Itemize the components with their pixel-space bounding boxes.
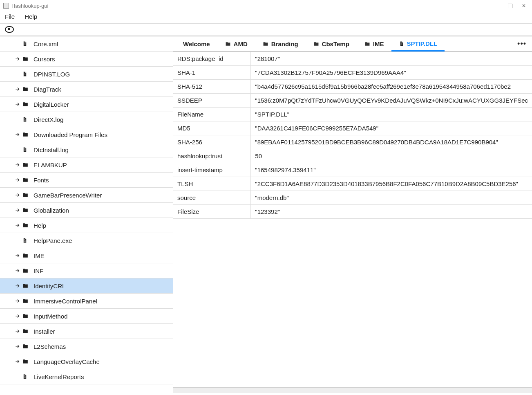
detail-value: "b4a4d577626c95a1615d5f9a15b966ba28fee5a…: [251, 80, 532, 94]
file-icon: [22, 146, 30, 153]
expand-arrow-icon[interactable]: [14, 132, 21, 137]
detail-key: SHA-512: [173, 80, 251, 94]
tree-item-livekernelreports[interactable]: LiveKernelReports: [0, 369, 173, 384]
tree-item-label: Cursors: [34, 56, 55, 63]
tree-item-label: Globalization: [34, 207, 69, 214]
expand-arrow-icon[interactable]: [14, 268, 21, 274]
tree-item-globalization[interactable]: Globalization: [0, 203, 173, 218]
tree-item-inf[interactable]: INF: [0, 263, 173, 278]
expand-arrow-icon[interactable]: [14, 177, 21, 183]
tree-item-label: DiagTrack: [34, 86, 61, 93]
tree-item-label: Downloaded Program Files: [34, 131, 107, 138]
folder-icon: [22, 207, 30, 213]
eye-icon[interactable]: [5, 26, 14, 33]
tree-item-digitallocker[interactable]: DigitalLocker: [0, 97, 173, 112]
tab-cbstemp[interactable]: CbsTemp: [306, 36, 357, 51]
horizontal-scrollbar[interactable]: [173, 387, 532, 393]
expand-arrow-icon[interactable]: [14, 207, 21, 213]
expand-arrow-icon[interactable]: [14, 328, 21, 334]
tree-item-cursors[interactable]: Cursors: [0, 52, 173, 67]
expand-arrow-icon[interactable]: [14, 192, 21, 198]
tree-item-ime[interactable]: IME: [0, 248, 173, 263]
tree-item-label: InputMethod: [34, 313, 67, 320]
table-row: SSDEEP"1536:z0M7pQt7zYdTFzUhcw0VGUyQOEYv…: [173, 94, 532, 108]
folder-icon: [22, 253, 30, 258]
expand-arrow-icon[interactable]: [14, 86, 21, 92]
detail-value: "123392": [251, 205, 532, 219]
detail-key: RDS:package_id: [173, 52, 251, 66]
table-row: SHA-1"7CDA31302B12757F90A25796ECFE3139D9…: [173, 66, 532, 80]
tree-item-inputmethod[interactable]: InputMethod: [0, 309, 173, 324]
expand-arrow-icon[interactable]: [14, 313, 21, 319]
details-table: RDS:package_id"281007"SHA-1"7CDA31302B12…: [173, 52, 532, 219]
expand-arrow-icon[interactable]: [14, 56, 21, 62]
folder-icon: [22, 56, 30, 62]
tree-item-label: DPINST.LOG: [34, 71, 70, 78]
close-button[interactable]: [521, 3, 526, 8]
tab-welcome[interactable]: Welcome: [176, 36, 217, 51]
tab-label: AMD: [234, 40, 248, 47]
app-icon: [3, 3, 9, 9]
expand-arrow-icon[interactable]: [14, 298, 21, 304]
folder-icon: [313, 41, 320, 47]
tab-amd[interactable]: AMD: [217, 36, 255, 51]
tree-item-languageoverlaycache[interactable]: LanguageOverlayCache: [0, 354, 173, 369]
expand-arrow-icon[interactable]: [14, 283, 21, 289]
table-row: insert-timestamp"1654982974.359411": [173, 163, 532, 177]
expand-arrow-icon[interactable]: [14, 101, 21, 107]
titlebar: Hashlookup-gui: [0, 0, 532, 11]
folder-icon: [364, 41, 371, 47]
expand-arrow-icon[interactable]: [14, 343, 21, 349]
folder-icon: [22, 328, 30, 334]
menu-help[interactable]: Help: [25, 13, 37, 20]
folder-icon: [22, 101, 30, 107]
table-row: SHA-256"89EBAAF011425795201BD9BCEB3B96C8…: [173, 135, 532, 149]
folder-icon: [22, 86, 30, 92]
minimize-button[interactable]: [494, 3, 498, 8]
expand-arrow-icon[interactable]: [14, 222, 21, 228]
tree-item-label: IdentityCRL: [34, 283, 65, 290]
detail-key: source: [173, 191, 251, 205]
tab-sptip-dll[interactable]: SPTIP.DLL: [391, 37, 445, 52]
detail-value: "7CDA31302B12757F90A25796ECFE3139D969AAA…: [251, 66, 532, 80]
tree-item-gamebarpresencewriter[interactable]: GameBarPresenceWriter: [0, 188, 173, 203]
folder-icon: [22, 177, 30, 183]
table-row: FileName"SPTIP.DLL": [173, 108, 532, 121]
tree-item-dpinst-log[interactable]: DPINST.LOG: [0, 67, 173, 82]
tree-item-label: DtcInstall.log: [34, 146, 69, 153]
tree-item-immersivecontrolpanel[interactable]: ImmersiveControlPanel: [0, 294, 173, 309]
tree-item-elambkup[interactable]: ELAMBKUP: [0, 157, 173, 173]
tab-label: CbsTemp: [322, 40, 349, 47]
tree-item-helppane-exe[interactable]: HelpPane.exe: [0, 233, 173, 248]
detail-value: 50: [251, 149, 532, 163]
menu-file[interactable]: File: [5, 13, 15, 20]
detail-key: FileSize: [173, 205, 251, 219]
tree-item-dtcinstall-log[interactable]: DtcInstall.log: [0, 142, 173, 157]
tree-item-diagtrack[interactable]: DiagTrack: [0, 82, 173, 97]
tree-item-directx-log[interactable]: DirectX.log: [0, 112, 173, 127]
tree-item-identitycrl[interactable]: IdentityCRL: [0, 278, 173, 294]
tab-branding[interactable]: Branding: [255, 36, 306, 51]
tree-item-installer[interactable]: Installer: [0, 324, 173, 339]
expand-arrow-icon[interactable]: [14, 253, 21, 258]
tree-item-downloaded-program-files[interactable]: Downloaded Program Files: [0, 127, 173, 142]
file-tree[interactable]: Core.xmlCursorsDPINST.LOGDiagTrackDigita…: [0, 36, 173, 393]
tab-ime[interactable]: IME: [357, 36, 391, 51]
folder-icon: [22, 313, 30, 319]
file-icon: [22, 373, 30, 380]
tree-item-l2schemas[interactable]: L2Schemas: [0, 339, 173, 354]
table-row: FileSize"123392": [173, 205, 532, 219]
maximize-button[interactable]: [507, 3, 512, 8]
tree-item-fonts[interactable]: Fonts: [0, 173, 173, 188]
file-icon: [22, 40, 30, 47]
expand-arrow-icon[interactable]: [14, 162, 21, 168]
tree-item-help[interactable]: Help: [0, 218, 173, 233]
table-row: SHA-512"b4a4d577626c95a1615d5f9a15b966ba…: [173, 80, 532, 94]
folder-icon: [22, 283, 30, 289]
tabs-overflow-icon[interactable]: •••: [512, 40, 532, 48]
tree-item-core-xml[interactable]: Core.xml: [0, 36, 173, 52]
expand-arrow-icon[interactable]: [14, 359, 21, 364]
detail-key: insert-timestamp: [173, 163, 251, 177]
folder-icon: [22, 132, 30, 137]
tab-label: Welcome: [183, 40, 210, 47]
